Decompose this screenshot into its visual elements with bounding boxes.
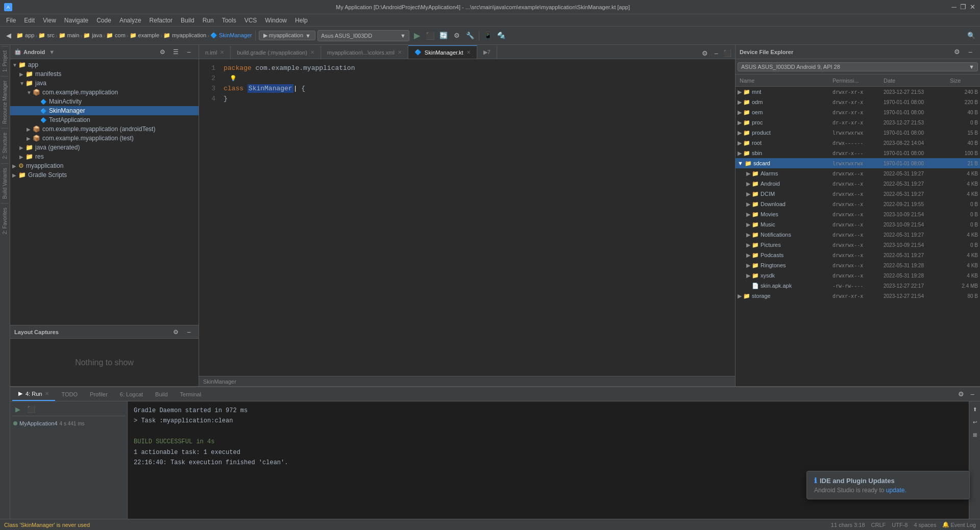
device-explorer-settings-btn[interactable]: ⚙: [951, 46, 963, 58]
breadcrumb-com[interactable]: 📁 com: [106, 32, 126, 39]
tab-niml[interactable]: n.iml ✕: [199, 45, 231, 59]
tree-item-app[interactable]: ▼ 📁 app: [10, 60, 199, 69]
bottom-tab-terminal[interactable]: Terminal: [174, 388, 208, 401]
status-line-sep[interactable]: CRLF: [871, 522, 886, 528]
tab-build-gradle[interactable]: build.gradle (:myapplication) ✕: [231, 45, 321, 59]
tree-item-com-example[interactable]: ▼ 📦 com.example.myapplication: [10, 88, 199, 97]
lc-settings-btn[interactable]: ⚙: [170, 326, 181, 338]
menu-window[interactable]: Window: [261, 16, 291, 25]
menu-run[interactable]: Run: [199, 16, 218, 25]
tree-item-java[interactable]: ▼ 📁 java: [10, 79, 199, 88]
tab-7[interactable]: ▶7: [477, 45, 497, 59]
sidebar-tab-build-variants[interactable]: Build Variants: [1, 163, 9, 203]
run-wrap-btn[interactable]: ↩: [969, 416, 981, 427]
breadcrumb-main[interactable]: 📁 main: [59, 32, 80, 39]
toolbar-btn-1[interactable]: ⚙: [451, 30, 462, 41]
editor-maximize-btn[interactable]: ⬛: [722, 47, 733, 59]
sync-button[interactable]: 🔄: [438, 30, 449, 41]
breadcrumb-skinmanager[interactable]: 🔷 SkinManager: [210, 32, 252, 39]
file-row-dcim[interactable]: ▶ 📁 DCIM drwxrwx--x 2022-05-31 19:27 4 K…: [736, 189, 980, 199]
lc-minimize-btn[interactable]: –: [183, 326, 194, 338]
device-dropdown[interactable]: ASUS ASUS_I003DD Android 9, API 28 ▼: [738, 62, 978, 71]
menu-analyze[interactable]: Analyze: [115, 16, 145, 25]
tree-item-gradle-scripts[interactable]: ▶ 📁 Gradle Scripts: [10, 170, 199, 180]
run-expand-btn[interactable]: ⊞: [969, 429, 981, 440]
bottom-tab-run[interactable]: ▶ 4: Run ✕: [12, 388, 55, 401]
menu-navigate[interactable]: Navigate: [60, 16, 92, 25]
project-config-btn[interactable]: ☰: [170, 46, 181, 58]
android-dropdown[interactable]: ▼: [49, 49, 55, 55]
sidebar-tab-project[interactable]: 1: Project: [1, 46, 9, 76]
file-row-storage[interactable]: ▶ 📁 storage drwxr-xr-x 2023-12-27 21:54 …: [736, 291, 980, 301]
run-panel-settings-btn[interactable]: ⚙: [955, 389, 967, 400]
file-row-android[interactable]: ▶ 📁 Android drwxrwx--x 2022-05-31 19:27 …: [736, 179, 980, 189]
breadcrumb-app[interactable]: 📁 app: [16, 32, 34, 39]
status-encoding[interactable]: UTF-8: [892, 522, 908, 528]
avd-manager-btn[interactable]: 📱: [482, 30, 494, 41]
file-row-root[interactable]: ▶ 📁 root drwx------ 2023-08-22 14:04 40 …: [736, 138, 980, 148]
tab-colors-xml[interactable]: myapplication\...\colors.xml ✕: [321, 45, 408, 59]
sidebar-tab-resource[interactable]: Resource Manager: [1, 76, 9, 128]
menu-edit[interactable]: Edit: [20, 16, 39, 25]
search-btn[interactable]: 🔍: [966, 30, 977, 41]
run-list-item[interactable]: MyApplication4 4 s 441 ms: [12, 419, 125, 427]
menu-help[interactable]: Help: [291, 16, 312, 25]
tab-skinmanager[interactable]: 🔷 SkinManager.kt ✕: [408, 45, 477, 59]
breadcrumb-myapplication[interactable]: 📁 myapplication: [163, 32, 206, 39]
minimize-button[interactable]: ─: [950, 4, 958, 11]
file-row-odm[interactable]: ▶ 📁 odm drwxr-xr-x 1970-01-01 08:00 220 …: [736, 97, 980, 107]
sidebar-tab-favorites[interactable]: 2: Favorites: [1, 203, 9, 238]
file-row-skin-apk[interactable]: ▶ 📄 skin.apk.apk -rw-rw---- 2023-12-27 2…: [736, 281, 980, 291]
run-button[interactable]: ▶: [411, 30, 423, 41]
file-row-proc[interactable]: ▶ 📁 proc dr-xr-xr-x 2023-12-27 21:53 0 B: [736, 117, 980, 128]
menu-build[interactable]: Build: [177, 16, 199, 25]
code-editor[interactable]: 1 2 3 4 package com.example.myapplicatio…: [199, 59, 735, 376]
tree-item-myapplication[interactable]: ▶ ⚙ myapplication: [10, 161, 199, 170]
menu-vcs[interactable]: VCS: [240, 16, 261, 25]
device-explorer-minimize-btn[interactable]: –: [965, 46, 976, 58]
bottom-tab-logcat[interactable]: 6: Logcat: [114, 388, 149, 401]
tree-item-testapplication[interactable]: 🔷 TestApplication: [10, 115, 199, 124]
bottom-tab-todo[interactable]: TODO: [55, 388, 84, 401]
file-row-oem[interactable]: ▶ 📁 oem drwxr-xr-x 1970-01-01 08:00 40 B: [736, 107, 980, 117]
file-row-product[interactable]: ▶ 📁 product lrwxrwxrwx 1970-01-01 08:00 …: [736, 128, 980, 138]
file-row-music[interactable]: ▶ 📁 Music drwxrwx--x 2023-10-09 21:54 0 …: [736, 219, 980, 230]
file-row-podcasts[interactable]: ▶ 📁 Podcasts drwxrwx--x 2022-05-31 19:27…: [736, 250, 980, 260]
tree-item-test[interactable]: ▶ 📦 com.example.myapplication (test): [10, 134, 199, 143]
menu-file[interactable]: File: [2, 16, 20, 25]
project-collapse-btn[interactable]: –: [183, 46, 194, 58]
maximize-button[interactable]: ❐: [960, 4, 967, 11]
file-row-movies[interactable]: ▶ 📁 Movies drwxrwx--x 2023-10-09 21:54 0…: [736, 209, 980, 219]
menu-tools[interactable]: Tools: [218, 16, 240, 25]
tree-item-androidtest[interactable]: ▶ 📦 com.example.myapplication (androidTe…: [10, 124, 199, 134]
status-event-log[interactable]: 🔔 Event Log: [942, 521, 976, 528]
file-row-sbin[interactable]: ▶ 📁 sbin drwxr-x--- 1970-01-01 08:00 100…: [736, 148, 980, 158]
tree-item-res[interactable]: ▶ 📁 res: [10, 152, 199, 161]
run-panel-minimize-btn[interactable]: –: [967, 389, 978, 400]
editor-settings-btn[interactable]: ⚙: [699, 47, 710, 59]
run-tab-close[interactable]: ✕: [45, 391, 49, 396]
toolbar-btn-2[interactable]: 🔧: [464, 30, 476, 41]
bottom-tab-build[interactable]: Build: [149, 388, 174, 401]
bottom-tab-profiler[interactable]: Profiler: [84, 388, 114, 401]
run-scroll-top-btn[interactable]: ⬆: [969, 403, 981, 415]
tree-item-mainactivity[interactable]: 🔷 MainActivity: [10, 97, 199, 106]
tree-item-skinmanager[interactable]: 🔷 SkinManager: [10, 106, 199, 115]
run-play-btn[interactable]: ▶: [12, 403, 23, 415]
device-selector-btn[interactable]: Asus ASUS_I003DD ▼: [317, 30, 409, 41]
file-row-alarms[interactable]: ▶ 📁 Alarms drwxrwx--x 2022-05-31 19:27 4…: [736, 168, 980, 179]
sidebar-tab-structure[interactable]: 2: Structure: [1, 128, 9, 163]
tab-niml-close[interactable]: ✕: [220, 49, 224, 55]
file-row-pictures[interactable]: ▶ 📁 Pictures drwxrwx--x 2023-10-09 21:54…: [736, 240, 980, 250]
file-row-ringtones[interactable]: ▶ 📁 Ringtones drwxrwx--x 2022-05-31 19:2…: [736, 260, 980, 270]
run-config-selector[interactable]: ▶ myapplication ▼: [259, 31, 315, 40]
notification-update-link[interactable]: update.: [886, 487, 906, 494]
menu-code[interactable]: Code: [92, 16, 115, 25]
back-button[interactable]: ◀: [3, 30, 14, 41]
editor-minimize-btn[interactable]: –: [710, 47, 722, 59]
run-stop-btn[interactable]: ⬛: [26, 403, 37, 415]
sdk-manager-btn[interactable]: 🔩: [496, 30, 507, 41]
status-cursor-info[interactable]: 11 chars 3:18: [831, 522, 865, 528]
tab-colors-xml-close[interactable]: ✕: [398, 49, 402, 55]
file-row-mnt[interactable]: ▶ 📁 mnt drwxr-xr-x 2023-12-27 21:53 240 …: [736, 87, 980, 97]
